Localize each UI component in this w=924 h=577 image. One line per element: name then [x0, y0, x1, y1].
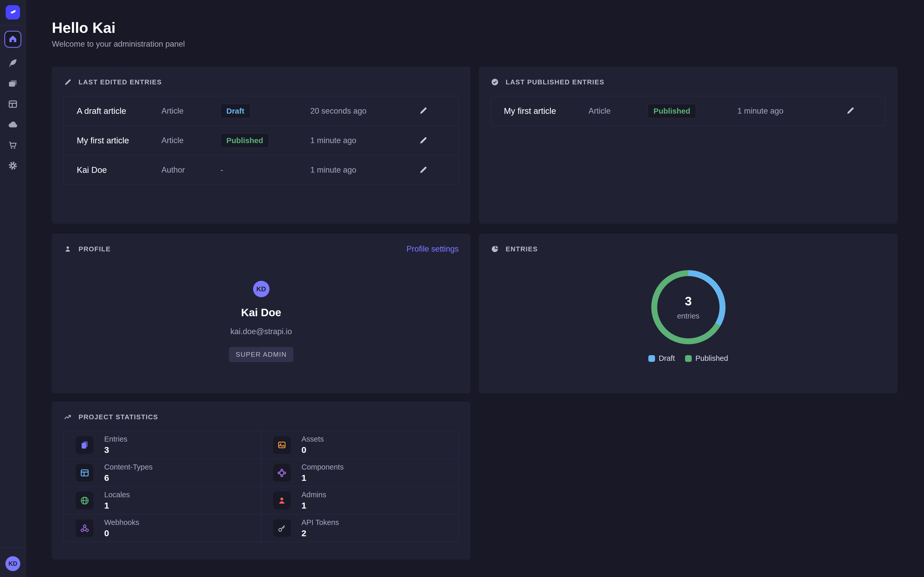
status-badge: Draft	[220, 104, 250, 118]
stat-locales: Locales 1	[64, 487, 261, 514]
page-header: Hello Kai Welcome to your administration…	[52, 19, 898, 49]
last-published-entries-card: LAST PUBLISHED ENTRIES My first article …	[479, 67, 898, 224]
avatar: KD	[253, 281, 270, 297]
media-library-icon	[8, 85, 18, 90]
stat-assets: Assets 0	[261, 431, 459, 459]
legend-item-draft: Draft	[648, 354, 675, 363]
deploy-cloud-icon	[8, 126, 18, 131]
home-icon	[8, 34, 18, 45]
trend-up-icon	[64, 413, 72, 421]
edit-entry-button[interactable]	[418, 165, 428, 175]
card-head: LAST EDITED ENTRIES	[64, 76, 459, 88]
marketplace-cart-icon	[8, 147, 18, 151]
stat-api-tokens: API Tokens 2	[261, 514, 459, 542]
entry-name: My first article	[504, 106, 588, 116]
table-row[interactable]: A draft article Article Draft 20 seconds…	[64, 96, 459, 126]
profile-settings-link[interactable]: Profile settings	[407, 244, 459, 254]
entries-unit: entries	[677, 312, 699, 320]
entry-time: 1 minute ago	[310, 165, 418, 175]
sidebar-item-content-manager[interactable]	[8, 58, 18, 68]
last-edited-entries-card: LAST EDITED ENTRIES A draft article Arti…	[52, 67, 470, 224]
card-title: LAST PUBLISHED ENTRIES	[506, 78, 604, 86]
legend-label: Draft	[659, 354, 675, 363]
card-title: ENTRIES	[506, 245, 538, 253]
stat-value: 1	[302, 473, 344, 483]
stat-value: 0	[104, 528, 139, 538]
entry-type: Author	[162, 165, 220, 175]
entry-time: 20 seconds ago	[310, 106, 418, 116]
edit-entry-button[interactable]	[418, 106, 428, 116]
stat-value: 1	[302, 501, 326, 511]
chart-legend: Draft Published	[648, 354, 728, 363]
pencil-icon	[64, 78, 72, 86]
entries-chart-card: ENTRIES 3 entries Draft	[479, 234, 898, 393]
stat-value: 3	[104, 445, 127, 455]
entry-name: My first article	[77, 135, 162, 145]
stat-label: Locales	[104, 491, 130, 499]
table-row[interactable]: My first article Article Published 1 min…	[491, 96, 885, 126]
profile-card: PROFILE Profile settings KD Kai Doe kai.…	[52, 234, 470, 393]
sidebar-nav	[4, 31, 21, 171]
content-type-builder-icon	[8, 106, 18, 110]
stat-label: Components	[302, 463, 344, 471]
donut-center: 3 entries	[651, 269, 726, 345]
components-icon	[273, 464, 291, 482]
edit-pencil-icon	[418, 112, 428, 116]
entry-status-empty: -	[220, 165, 310, 175]
entries-count: 3	[685, 294, 692, 308]
entry-time: 1 minute ago	[310, 136, 418, 145]
entry-time: 1 minute ago	[737, 106, 845, 116]
card-head: PROFILE Profile settings	[64, 243, 459, 255]
stat-label: Admins	[302, 491, 326, 499]
sidebar-divider	[0, 26, 26, 26]
table-row[interactable]: My first article Article Published 1 min…	[64, 126, 459, 155]
card-head: PROJECT STATISTICS	[64, 411, 459, 423]
edit-entry-button[interactable]	[418, 135, 428, 146]
entry-type: Article	[162, 136, 220, 145]
admin-user-icon	[273, 492, 291, 509]
webhook-icon	[76, 519, 94, 537]
stat-label: Webhooks	[104, 518, 139, 527]
stat-value: 6	[104, 473, 153, 483]
pie-chart-icon	[491, 245, 499, 253]
page-title: Hello Kai	[52, 19, 898, 36]
entry-name: A draft article	[77, 106, 162, 116]
stats-grid: Entries 3 Assets 0	[64, 431, 459, 542]
sidebar-item-media-library[interactable]	[8, 79, 18, 89]
entry-type: Article	[588, 106, 648, 116]
user-icon	[64, 245, 72, 253]
layout-icon	[76, 464, 94, 482]
legend-label: Published	[695, 354, 728, 363]
sidebar: KD	[0, 0, 26, 577]
profile-email: kai.doe@strapi.io	[231, 327, 292, 336]
status-badge: Published	[648, 104, 696, 118]
stat-entries: Entries 3	[64, 431, 261, 459]
main-content: Hello Kai Welcome to your administration…	[26, 0, 924, 577]
edit-entry-button[interactable]	[845, 106, 856, 116]
sidebar-item-home[interactable]	[4, 31, 21, 48]
entry-type: Article	[162, 106, 220, 116]
stat-content-types: Content-Types 6	[64, 459, 261, 487]
stat-admins: Admins 1	[261, 487, 459, 514]
stat-label: Entries	[104, 435, 127, 443]
strapi-logo[interactable]	[6, 5, 20, 19]
stat-value: 0	[302, 445, 324, 455]
sidebar-item-settings[interactable]	[8, 161, 18, 171]
stat-webhooks: Webhooks 0	[64, 514, 261, 542]
edit-pencil-icon	[418, 142, 428, 146]
card-head: LAST PUBLISHED ENTRIES	[491, 76, 886, 88]
table-row[interactable]: Kai Doe Author - 1 minute ago	[64, 155, 459, 185]
strapi-logo-icon	[8, 6, 18, 18]
legend-item-published: Published	[685, 354, 728, 363]
strapi-admin-homepage: { "sidebar": { "items": [ {"icon": "home…	[0, 0, 924, 577]
sidebar-item-deploy[interactable]	[8, 119, 18, 130]
content-manager-feather-icon	[8, 64, 18, 69]
sidebar-item-marketplace[interactable]	[8, 140, 18, 150]
entries-table: A draft article Article Draft 20 seconds…	[64, 96, 459, 185]
stat-components: Components 1	[261, 459, 459, 487]
user-avatar[interactable]: KD	[5, 556, 20, 571]
role-badge: SUPER ADMIN	[229, 347, 293, 362]
draft-swatch	[648, 355, 655, 362]
sidebar-item-content-type-builder[interactable]	[8, 99, 18, 109]
entry-name: Kai Doe	[77, 165, 162, 175]
